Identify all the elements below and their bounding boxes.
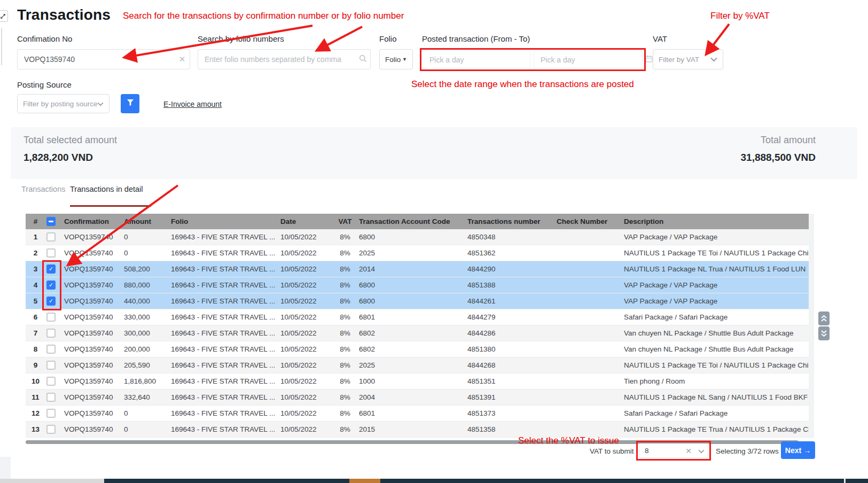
vat-filter-select[interactable]: Filter by VAT [653,49,723,69]
annotation-vat-submit-hint: Select the %VAT to issue [518,435,619,446]
arrow-right-icon: → [803,446,811,455]
row-checkbox[interactable]: ✓ [46,264,56,274]
table-row[interactable]: 1VOPQ13597400169643 - FIVE STAR TRAVEL .… [26,229,814,245]
cell-account_code: 6801 [359,313,467,321]
cell-folio: 169643 - FIVE STAR TRAVEL ... [171,233,280,241]
cell-date: 10/05/2022 [280,377,331,385]
clear-icon[interactable]: ✕ [175,54,190,64]
row-checkbox[interactable]: ✓ [46,281,56,290]
cell-trans_number: 4851358 [467,425,557,433]
next-button[interactable]: Next → [781,441,815,459]
apply-filter-button[interactable] [121,94,139,113]
cell-checkbox: ✓ [45,281,64,290]
scroll-to-bottom-button[interactable] [818,326,830,340]
tab-transactions-in-detail[interactable]: Transactions in detail [70,185,143,193]
cell-checkbox [45,361,64,370]
confirmation-no-label: Confimation No [17,34,72,43]
cell-index: 6 [26,313,45,321]
scroll-to-top-button[interactable] [818,311,830,325]
column-header-amount: Amount [124,217,171,225]
table-row[interactable]: 4✓VOPQ1359740880,000169643 - FIVE STAR T… [26,277,814,293]
cell-date: 10/05/2022 [280,345,331,353]
table-row[interactable]: 13VOPQ13597400169643 - FIVE STAR TRAVEL … [26,422,814,438]
cell-account_code: 6800 [359,233,467,241]
total-amount-value: 31,888,500 VND [741,152,816,163]
table-row[interactable]: 12VOPQ13597400169643 - FIVE STAR TRAVEL … [26,406,814,422]
table-row[interactable]: 3✓VOPQ1359740508,200169643 - FIVE STAR T… [26,261,814,277]
clear-icon[interactable]: ✕ [682,447,695,455]
row-checkbox[interactable] [46,232,56,242]
cell-confirmation: VOPQ1359740 [64,329,124,337]
row-checkbox[interactable] [46,313,56,322]
posting-source-label: Posting Source [17,80,72,89]
posting-source-select[interactable]: Filter by posting source [17,94,110,113]
cell-trans_number: 4844286 [467,329,557,337]
table-row[interactable]: 7VOPQ1359740300,000169643 - FIVE STAR TR… [26,325,814,341]
cell-folio: 169643 - FIVE STAR TRAVEL ... [171,265,280,273]
total-selected-value: 1,828,200 VND [24,152,93,163]
cell-trans_number: 4851380 [467,345,557,353]
cell-account_code: 2014 [359,265,467,273]
collapse-panel-icon[interactable] [0,10,8,22]
table-row[interactable]: 9VOPQ1359740205,590169643 - FIVE STAR TR… [26,357,814,373]
row-checkbox[interactable] [46,248,56,258]
cell-date: 10/05/2022 [280,297,331,305]
vat-to-submit-select[interactable]: 8 ✕ [639,443,708,458]
cell-checkbox [45,248,64,258]
transactions-table: #ConfirmationAmountFolioDateVATTransacti… [26,214,814,438]
tab-transactions[interactable]: Transactions [21,185,65,193]
row-checkbox[interactable] [46,361,56,370]
chevron-down-icon[interactable] [695,446,708,456]
table-row[interactable]: 11VOPQ1359740332,640169643 - FIVE STAR T… [26,389,814,406]
cell-trans_number: 4851388 [467,281,557,289]
row-checkbox[interactable] [46,425,56,434]
cell-confirmation: VOPQ1359740 [64,265,124,273]
cell-description: Safari Package / Safari Package [624,313,814,321]
select-all-checkbox[interactable] [46,217,56,226]
cell-index: 10 [26,377,45,385]
folio-label: Folio [379,34,397,43]
cell-date: 10/05/2022 [280,265,331,273]
cell-confirmation: VOPQ1359740 [64,425,124,433]
row-checkbox[interactable] [46,409,56,418]
table-row[interactable]: 6VOPQ1359740330,000169643 - FIVE STAR TR… [26,309,814,325]
table-row[interactable]: 10VOPQ13597401,816,800169643 - FIVE STAR… [26,373,814,389]
cell-vat: 8% [331,345,359,353]
confirmation-no-input[interactable] [18,55,175,64]
total-amount-label: Total amount [761,135,816,146]
cell-index: 4 [26,281,45,289]
folio-dropdown[interactable]: Folio ▼ [379,49,413,69]
cell-amount: 0 [124,249,171,257]
cell-folio: 169643 - FIVE STAR TRAVEL ... [171,409,280,417]
cell-vat: 8% [331,329,359,337]
cell-folio: 169643 - FIVE STAR TRAVEL ... [171,249,280,257]
einvoice-amount-link[interactable]: E-Invoice amount [163,100,222,108]
vat-filter-placeholder: Filter by VAT [659,56,699,64]
table-row[interactable]: 2VOPQ13597400169643 - FIVE STAR TRAVEL .… [26,245,814,261]
table-row[interactable]: 5✓VOPQ1359740440,000169643 - FIVE STAR T… [26,293,814,309]
folio-search-input[interactable] [198,55,355,64]
cell-amount: 205,590 [124,361,171,369]
cell-folio: 169643 - FIVE STAR TRAVEL ... [171,297,280,305]
row-checkbox[interactable]: ✓ [46,297,56,306]
row-checkbox[interactable] [46,329,56,338]
table-vertical-scrollbar[interactable] [809,214,814,438]
row-checkbox[interactable] [46,377,56,386]
taskbar-segment [844,479,846,483]
cell-description: NAUTILUS 1 Package TE Toi / NAUTILUS 1 P… [624,249,814,257]
cell-index: 8 [26,345,45,353]
cell-vat: 8% [331,265,359,273]
posted-from-input[interactable] [423,56,530,64]
row-checkbox[interactable] [46,393,56,402]
cell-description: VAP Package / VAP Package [624,281,814,289]
cell-confirmation: VOPQ1359740 [64,393,124,401]
chevron-down-icon [710,54,717,64]
posted-to-input[interactable] [534,56,642,64]
cell-amount: 300,000 [124,329,171,337]
table-row[interactable]: 8VOPQ1359740200,000169643 - FIVE STAR TR… [26,341,814,357]
cell-confirmation: VOPQ1359740 [64,281,124,289]
cell-amount: 1,816,800 [124,377,171,385]
column-header-index: # [26,217,45,225]
row-checkbox[interactable] [46,345,56,354]
cell-confirmation: VOPQ1359740 [64,409,124,417]
